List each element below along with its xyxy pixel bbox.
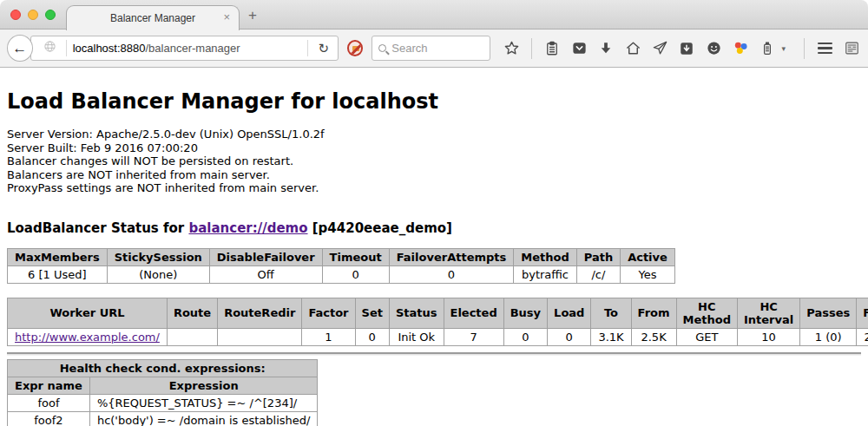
tab-balancer-manager[interactable]: Balancer Manager ×	[66, 5, 240, 30]
navigation-toolbar: ← localhost:8880/balancer-manager ↻	[0, 29, 868, 68]
status-heading-prefix: LoadBalancer Status for	[7, 220, 188, 236]
worker-url-link[interactable]: http://www.example.com/	[15, 331, 160, 344]
proxypass-notice-line: ProxyPass settings are NOT inherited fro…	[7, 181, 861, 195]
send-plane-icon[interactable]	[650, 38, 669, 59]
url-divider	[307, 40, 308, 56]
reload-icon[interactable]: ↻	[314, 41, 332, 56]
column-header: FailoverAttempts	[389, 248, 514, 265]
column-header: DisableFailover	[209, 248, 322, 265]
search-input[interactable]	[391, 42, 483, 55]
expression-cell: hc('body') =~ /domain is established/	[89, 411, 318, 426]
window-controls	[10, 10, 56, 20]
column-header: Method	[514, 248, 576, 265]
search-bar[interactable]	[372, 36, 490, 61]
pocket-icon[interactable]	[569, 38, 589, 59]
worker-status-table: Worker URL Route RouteRedir Factor Set S…	[7, 298, 868, 346]
minimize-window-button[interactable]	[28, 10, 38, 20]
route-cell	[167, 328, 217, 345]
persist-notice-line: Balancer changes will NOT be persisted o…	[7, 154, 861, 168]
blocked-plugin-icon[interactable]	[347, 40, 363, 56]
tab-title: Balancer Manager	[110, 12, 195, 24]
column-header: From	[631, 298, 676, 328]
column-header: Worker URL	[8, 298, 168, 328]
load-cell: 0	[548, 328, 591, 345]
column-header: RouteRedir	[218, 298, 302, 328]
battery-extension-icon[interactable]	[758, 38, 777, 59]
column-header: To	[591, 298, 631, 328]
stickysession-cell: (None)	[107, 265, 209, 283]
table-caption-row: Health check cond. expressions:	[8, 359, 318, 377]
close-tab-icon[interactable]: ×	[223, 11, 230, 23]
path-cell: /c/	[576, 265, 620, 283]
url-text: localhost:8880/balancer-manager	[73, 42, 302, 55]
to-cell: 3.1K	[591, 328, 631, 345]
column-header: Expression	[89, 377, 318, 394]
health-check-table: Health check cond. expressions: Expr nam…	[7, 359, 318, 426]
globe-icon	[43, 40, 56, 56]
page-content: Load Balancer Manager for localhost Serv…	[0, 68, 868, 426]
chevron-down-icon[interactable]: ▾	[781, 44, 786, 53]
server-built-line: Server Built: Feb 9 2016 07:00:20	[7, 141, 861, 155]
column-header: Expr name	[8, 377, 90, 394]
reading-list-icon[interactable]	[542, 38, 562, 59]
column-header: Active	[621, 248, 675, 265]
maxmembers-cell: 6 [1 Used]	[8, 265, 108, 283]
worker-row: http://www.example.com/ 1 0 Init Ok 7 0 …	[8, 328, 868, 345]
url-domain: localhost:8880	[73, 42, 146, 55]
section-divider	[7, 352, 861, 354]
routeredir-cell	[218, 328, 302, 345]
column-header: HC Interval	[737, 298, 799, 328]
disablefailover-cell: Off	[209, 265, 322, 283]
failoverattempts-cell: 0	[389, 265, 514, 283]
busy-cell: 0	[503, 328, 547, 345]
url-path: /balancer-manager	[146, 42, 240, 55]
bookmark-star-icon[interactable]	[502, 38, 521, 59]
browser-window: Balancer Manager × + ← localhost:8880/ba…	[0, 0, 868, 426]
active-cell: Yes	[621, 265, 675, 283]
zoom-window-button[interactable]	[45, 10, 56, 20]
expression-cell: %{REQUEST_STATUS} =~ /^[234]/	[89, 394, 318, 411]
page-layout-extension-icon[interactable]	[842, 38, 861, 59]
method-cell: bytraffic	[514, 265, 576, 283]
home-icon[interactable]	[623, 38, 642, 59]
column-header: Passes	[800, 298, 857, 328]
column-header: Path	[576, 248, 620, 265]
balancer-demo-link[interactable]: balancer://demo	[188, 220, 307, 236]
toolbar-buttons: ▾	[502, 38, 861, 59]
status-heading-suffix: [p4420eeae_demo]	[308, 220, 452, 236]
table-header-row: Expr name Expression	[8, 377, 318, 394]
url-divider	[66, 40, 67, 56]
table-header-row: Worker URL Route RouteRedir Factor Set S…	[8, 298, 868, 328]
column-header: Route	[167, 298, 217, 328]
balancer-settings-table: MaxMembers StickySession DisableFailover…	[7, 248, 675, 284]
column-header: Busy	[503, 298, 547, 328]
colored-dots-extension-icon[interactable]	[731, 38, 750, 59]
back-button[interactable]: ←	[7, 35, 33, 62]
passes-cell: 1 (0)	[800, 328, 857, 345]
save-to-device-icon[interactable]	[677, 38, 696, 59]
from-cell: 2.5K	[631, 328, 676, 345]
column-header: HC Method	[676, 298, 737, 328]
chat-smiley-icon[interactable]	[704, 38, 723, 59]
column-header: StickySession	[107, 248, 209, 265]
status-cell: Init Ok	[389, 328, 444, 345]
factor-cell: 1	[302, 328, 355, 345]
menu-hamburger-icon[interactable]	[815, 38, 834, 59]
health-table-caption: Health check cond. expressions:	[8, 359, 318, 377]
expr-name-cell: foof2	[8, 411, 90, 426]
column-header: Load	[548, 298, 591, 328]
server-version-line: Server Version: Apache/2.5.0-dev (Unix) …	[7, 128, 861, 141]
fails-cell: 2 (0)	[857, 328, 868, 345]
column-header: MaxMembers	[8, 248, 108, 265]
column-header: Factor	[302, 298, 355, 328]
hc-method-cell: GET	[676, 328, 737, 345]
downloads-icon[interactable]	[596, 38, 615, 59]
toolbar-divider	[531, 38, 532, 59]
url-bar[interactable]: localhost:8880/balancer-manager ↻	[30, 36, 339, 61]
expr-name-cell: foof	[8, 394, 90, 411]
close-window-button[interactable]	[10, 10, 21, 20]
table-row: 6 [1 Used] (None) Off 0 0 bytraffic /c/ …	[8, 265, 675, 283]
table-row: foof2 hc('body') =~ /domain is establish…	[8, 411, 318, 426]
table-header-row: MaxMembers StickySession DisableFailover…	[8, 248, 675, 265]
new-tab-button[interactable]: +	[248, 7, 257, 24]
